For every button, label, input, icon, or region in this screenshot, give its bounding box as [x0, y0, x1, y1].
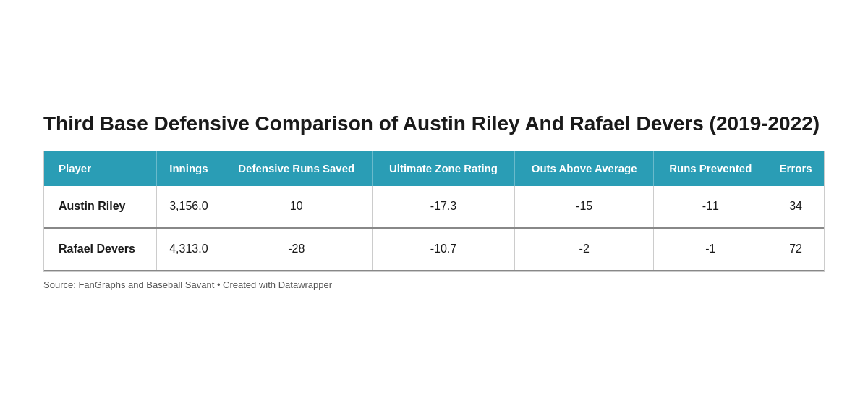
- comparison-table: Player Innings Defensive Runs Saved Ulti…: [44, 151, 824, 271]
- table-cell: 72: [767, 228, 824, 271]
- table-cell: -15: [514, 186, 653, 228]
- cell-player-name: Austin Riley: [44, 186, 157, 228]
- table-cell: -10.7: [372, 228, 514, 271]
- table-cell: -28: [221, 228, 372, 271]
- source-text: Source: FanGraphs and Baseball Savant • …: [43, 279, 825, 290]
- table-cell: 4,313.0: [157, 228, 221, 271]
- table-cell: 10: [221, 186, 372, 228]
- table-cell: -11: [654, 186, 767, 228]
- chart-title: Third Base Defensive Comparison of Austi…: [43, 111, 825, 136]
- col-header-drs: Defensive Runs Saved: [221, 151, 372, 186]
- table-cell: 34: [767, 186, 824, 228]
- table-header-row: Player Innings Defensive Runs Saved Ulti…: [44, 151, 824, 186]
- col-header-uzr: Ultimate Zone Rating: [372, 151, 514, 186]
- table-row: Rafael Devers4,313.0-28-10.7-2-172: [44, 228, 824, 271]
- table-body: Austin Riley3,156.010-17.3-15-1134Rafael…: [44, 186, 824, 271]
- col-header-errors: Errors: [767, 151, 824, 186]
- table-cell: 3,156.0: [157, 186, 221, 228]
- col-header-innings: Innings: [157, 151, 221, 186]
- cell-player-name: Rafael Devers: [44, 228, 157, 271]
- col-header-runs-prevented: Runs Prevented: [654, 151, 767, 186]
- main-container: Third Base Defensive Comparison of Austi…: [36, 96, 832, 304]
- col-header-player: Player: [44, 151, 157, 186]
- table-row: Austin Riley3,156.010-17.3-15-1134: [44, 186, 824, 228]
- table-wrapper: Player Innings Defensive Runs Saved Ulti…: [43, 151, 825, 271]
- col-header-oaa: Outs Above Average: [514, 151, 653, 186]
- table-cell: -17.3: [372, 186, 514, 228]
- table-cell: -2: [514, 228, 653, 271]
- table-cell: -1: [654, 228, 767, 271]
